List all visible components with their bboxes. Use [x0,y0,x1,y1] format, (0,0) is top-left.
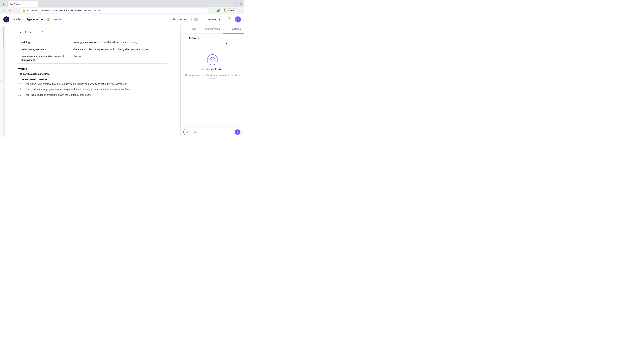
download-label: Download [207,18,217,21]
ask-robin-input[interactable] [183,129,242,135]
browser-menu-button[interactable]: ⋮ [238,8,243,13]
table-cell-term: Amendments to the Standard Terms of Empl… [18,53,70,64]
extensions-button[interactable]: 🧩 [216,8,221,13]
editor-toolbar: B i U ⇤ ⇥ [18,28,167,36]
bold-button[interactable]: B [18,30,22,34]
browser-chrome: ▼ 🤖 Robin AI ✕ + ─ ◻ ✕ ← → ↻ 🔒 app.robin… [0,0,244,14]
left-sidebar: ⊙ [0,25,3,137]
active-tab[interactable]: 🤖 Robin AI ✕ [8,1,38,7]
table-cell-term: Training [18,39,70,46]
editor-wrapper: ⊙ B i U ⇤ ⇥ Tra [0,25,180,137]
clause-text: Your continuous employment as a Manager … [26,87,167,91]
table-cell-desc: Clauses [70,53,167,64]
editor-area[interactable]: B i U ⇤ ⇥ Training part of your employme… [5,25,180,137]
ask-robin-send-button[interactable]: ➤ [235,129,240,135]
lock-icon: 🔒 [22,9,25,12]
see-history-button[interactable]: See History [52,17,66,21]
profile-button[interactable]: ▼ [1,2,6,6]
app-header: Review Agreement A 📋 See History Clean V… [0,14,244,25]
minimize-button[interactable]: ─ [228,2,232,6]
maximize-button[interactable]: ◻ [234,2,238,6]
section1-title: YOUR EMPLOYMENT [22,78,47,81]
contract-table: Training part of your employment. This w… [18,39,167,64]
clause-1-1: 1.1 You agree to be employed by the Comp… [18,82,167,86]
document-title: Agreement A [26,18,43,21]
ask-robin-area: ➤ [180,126,244,137]
ask-robin-wrapper: ➤ [183,129,242,135]
user-avatar[interactable]: LD [235,16,241,22]
terms-section: TERMS The parties agree as follows: 1 YO… [18,68,167,97]
forward-button[interactable]: → [7,8,12,13]
omnibox-actions: ☆ 🧩 🕵️ Incognito ⋮ [210,8,243,13]
download-button[interactable]: Download ⬇ [204,16,224,22]
table-cell-desc: There are no collective agreements which… [70,46,167,53]
clause-text: You agree to be employed by the Company … [26,82,167,86]
underline-button[interactable]: U [28,30,33,34]
table-row: Collective Agreements There are no colle… [18,46,167,53]
actions-title: Actions [189,36,199,40]
help-button[interactable]: ? [226,16,232,22]
back-button[interactable]: ← [1,8,7,13]
main-content: ⊙ B i U ⇤ ⇥ Tra [0,25,244,137]
section1-heading: 1 YOUR EMPLOYMENT [18,78,167,81]
omnibox[interactable]: 🔒 app.robinai.co.uk/review/contract/Q29u… [20,7,208,13]
actions-back-button[interactable]: ← [184,36,187,40]
reload-button[interactable]: ↻ [13,8,18,13]
tab-chat-label: Chat [191,28,196,30]
back-arrow-icon: ← [184,36,187,40]
clean-version-label: Clean Version [172,18,187,21]
table-row: Amendments to the Standard Terms of Empl… [18,53,167,64]
actions-content: No issues found! Robin has found no defi… [180,43,244,91]
clause-num: 1.2 [18,87,24,91]
svg-point-0 [3,16,10,22]
section1-num: 1 [18,78,20,81]
clean-version-toggle[interactable] [191,17,198,21]
right-panel: ✦ Chat 📖 Playbook [ ] Actions ← [180,25,244,137]
clause-num: 1.3 [18,93,24,97]
clause-num: 1.1 [18,82,24,86]
app-logo[interactable] [3,16,10,22]
no-issues-icon [207,54,218,65]
editor-scrollbar[interactable] [3,25,5,137]
tab-chat[interactable]: ✦ Chat [180,25,202,33]
nav-history-buttons: ▼ [1,2,6,6]
table-row: Training part of your employment. This w… [18,39,167,46]
tab-playbook-label: Playbook [210,28,220,30]
tab-playbook[interactable]: 📖 Playbook [202,25,223,33]
tab-favicon-icon: 🤖 [10,3,12,5]
italic-button[interactable]: i [24,30,27,34]
app-container: Review Agreement A 📋 See History Clean V… [0,14,244,137]
clause-1-2: 1.2 Your continuous employment as a Mana… [18,87,167,91]
copy-icon[interactable]: 📋 [46,18,49,21]
clause-text: Your initial period of employment with t… [26,93,167,97]
close-button[interactable]: ✕ [239,2,243,6]
review-button[interactable]: Review [12,17,24,22]
table-cell-term: Collective Agreements [18,46,70,53]
incognito-label: Incognito [227,9,235,11]
no-issues-desc: Robin has found no defined terms inconsi… [184,73,241,80]
sidebar-toggle-button[interactable]: ⊙ [1,80,2,82]
panel-tabs: ✦ Chat 📖 Playbook [ ] Actions [180,25,244,34]
tab-actions[interactable]: [ ] Actions [223,25,244,33]
url-display: app.robinai.co.uk/review/contract/Q29udH… [26,9,206,12]
parties-line: The parties agree as follows: [18,72,167,75]
tab-strip-right: ─ ◻ ✕ [228,2,243,6]
new-tab-button[interactable]: + [39,2,43,6]
panel-spacer [180,91,244,126]
scrollbar-thumb [3,27,4,47]
chat-icon: ✦ [187,27,189,31]
table-cell-desc: part of your employment. This will be pa… [70,39,167,46]
panel-body: ← Actions No issues found! Robin has fou… [180,34,244,137]
svg-point-1 [210,57,215,62]
tab-close-button[interactable]: ✕ [33,2,36,6]
clause-1-3: 1.3 Your initial period of employment wi… [18,93,167,97]
tab-title: Robin AI [14,3,31,5]
decrease-indent-button[interactable]: ⇤ [34,29,38,34]
increase-indent-button[interactable]: ⇥ [40,29,44,34]
playbook-icon: 📖 [205,27,209,31]
bookmark-button[interactable]: ☆ [210,8,215,13]
incognito-badge: 🕵️ Incognito [222,8,237,12]
download-icon: ⬇ [218,18,220,21]
actions-icon: [ ] [226,27,231,30]
tab-actions-label: Actions [232,28,241,30]
